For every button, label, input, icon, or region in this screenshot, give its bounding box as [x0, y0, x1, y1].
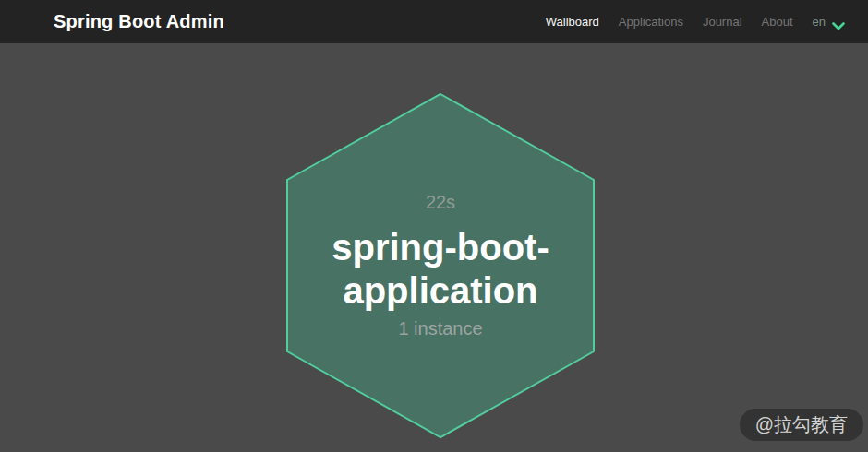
app-title[interactable]: Spring Boot Admin: [54, 11, 224, 32]
wallboard: 22s spring-boot-application 1 instance @…: [0, 43, 868, 452]
chevron-down-icon: [832, 18, 845, 26]
locale-label: en: [813, 15, 826, 29]
app-header: Spring Boot Admin Wallboard Applications…: [0, 0, 868, 43]
main-nav: Wallboard Applications Journal About en: [546, 0, 845, 43]
locale-selector[interactable]: en: [813, 15, 845, 29]
watermark-badge: @拉勾教育: [740, 409, 863, 441]
hexagon-shape: [287, 94, 594, 437]
application-hexagon[interactable]: 22s spring-boot-application 1 instance: [285, 92, 596, 439]
nav-item-applications[interactable]: Applications: [619, 0, 683, 43]
nav-item-about[interactable]: About: [762, 0, 793, 43]
nav-item-journal[interactable]: Journal: [703, 0, 742, 43]
nav-item-wallboard[interactable]: Wallboard: [546, 0, 599, 43]
